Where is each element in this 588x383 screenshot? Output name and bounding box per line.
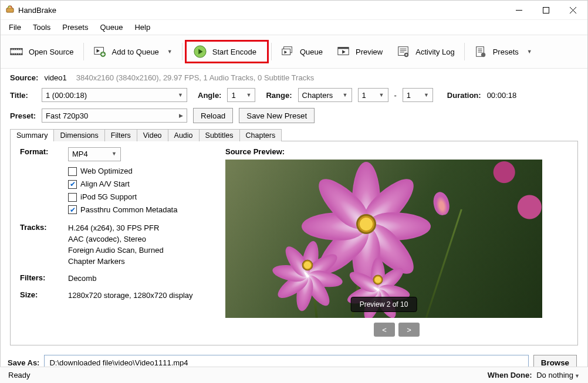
preview-icon	[337, 45, 350, 58]
queue-button[interactable]: Queue	[274, 43, 330, 60]
ipod-checkbox[interactable]: iPod 5G Support	[68, 192, 214, 203]
menu-queue[interactable]: Queue	[94, 21, 129, 34]
title-dropdown[interactable]: 1 (00:00:18)▼	[42, 88, 187, 102]
tab-chapters[interactable]: Chapters	[239, 129, 282, 141]
queue-icon	[281, 45, 294, 58]
preview-next-button[interactable]: >	[398, 323, 420, 337]
checkbox-icon	[68, 167, 77, 176]
range-type-value: Chapters	[302, 91, 333, 100]
tracks-label: Tracks:	[20, 223, 68, 267]
svg-rect-17	[16, 53, 17, 54]
preset-dropdown[interactable]: Fast 720p30▶	[42, 109, 187, 123]
menu-tools[interactable]: Tools	[27, 21, 56, 34]
toolbar: Open Source Add to Queue ▼ Start Encode …	[1, 35, 587, 69]
tracks-body: H.264 (x264), 30 FPS PFR AAC (avcodec), …	[68, 223, 214, 267]
svg-rect-0	[6, 8, 13, 12]
web-optimized-checkbox[interactable]: Web Optimized	[68, 166, 214, 177]
close-button[interactable]	[559, 1, 586, 19]
tab-subtitles[interactable]: Subtitles	[199, 129, 240, 141]
toolbar-separator	[182, 43, 183, 60]
tab-dimensions[interactable]: Dimensions	[53, 129, 104, 141]
range-type-dropdown[interactable]: Chapters▼	[298, 88, 352, 102]
svg-rect-13	[18, 49, 19, 49]
activity-log-button[interactable]: Activity Log	[390, 43, 461, 60]
chevron-down-icon: ▼	[167, 49, 173, 55]
angle-label: Angle:	[198, 91, 221, 100]
range-label: Range:	[266, 91, 292, 100]
align-av-checkbox[interactable]: Align A/V Start	[68, 179, 214, 190]
web-optimized-label: Web Optimized	[80, 166, 133, 177]
when-done-label: When Done:	[488, 371, 532, 379]
tab-strip: Summary Dimensions Filters Video Audio S…	[10, 129, 578, 141]
size-label: Size:	[20, 290, 68, 301]
angle-value: 1	[231, 91, 235, 100]
preview-index-badge: Preview 2 of 10	[351, 297, 417, 312]
checkbox-icon	[68, 180, 77, 189]
log-icon	[397, 45, 410, 58]
tracks-line: Foreign Audio Scan, Burned	[68, 245, 214, 256]
svg-rect-10	[12, 49, 13, 49]
maximize-button[interactable]	[532, 1, 559, 19]
save-as-label: Save As:	[8, 358, 39, 367]
svg-rect-19	[20, 53, 21, 54]
preview-button[interactable]: Preview	[330, 43, 390, 60]
minimize-button[interactable]	[505, 1, 532, 19]
metadata-checkbox[interactable]: Passthru Common Metadata	[68, 205, 214, 216]
format-dropdown[interactable]: MP4▼	[68, 147, 121, 161]
open-source-label: Open Source	[29, 48, 74, 56]
tab-summary[interactable]: Summary	[10, 129, 54, 141]
chevron-down-icon: ▼	[575, 373, 580, 379]
toolbar-separator	[464, 43, 465, 60]
status-bar: Ready When Done: Do nothing▼	[0, 367, 588, 383]
title-value: 1 (00:00:18)	[46, 91, 87, 100]
open-source-button[interactable]: Open Source	[3, 43, 81, 60]
tracks-line: H.264 (x264), 30 FPS PFR	[68, 223, 214, 234]
svg-rect-16	[13, 53, 15, 54]
source-info: 3840x2160 (3840x2160), 29.97 FPS, 1 Audi…	[76, 73, 314, 82]
duration-value: 00:00:18	[487, 91, 517, 100]
start-encode-label: Start Encode	[212, 48, 256, 56]
range-from-value: 1	[362, 91, 366, 100]
chevron-down-icon: ▼	[343, 92, 348, 98]
save-new-preset-button[interactable]: Save New Preset	[239, 108, 315, 123]
reload-button[interactable]: Reload	[193, 108, 233, 123]
svg-point-1	[8, 6, 9, 8]
menu-file[interactable]: File	[3, 21, 27, 34]
duration-label: Duration:	[447, 91, 481, 100]
start-encode-button[interactable]: Start Encode	[188, 43, 262, 60]
range-to-dropdown[interactable]: 1▼	[403, 88, 433, 102]
menu-presets[interactable]: Presets	[56, 21, 94, 34]
filters-value: Decomb	[68, 273, 214, 284]
menu-bar: File Tools Presets Queue Help	[1, 19, 587, 35]
svg-rect-29	[338, 48, 349, 49]
svg-point-2	[11, 6, 12, 8]
range-from-dropdown[interactable]: 1▼	[358, 88, 388, 102]
tab-video[interactable]: Video	[137, 129, 168, 141]
app-icon	[5, 5, 15, 16]
when-done-value: Do nothing	[536, 371, 573, 379]
chevron-down-icon: ▼	[111, 150, 117, 158]
svg-point-40	[481, 53, 485, 57]
when-done-dropdown[interactable]: Do nothing▼	[536, 371, 580, 379]
queue-label: Queue	[300, 48, 323, 56]
tab-filters[interactable]: Filters	[104, 129, 137, 141]
checkbox-icon	[68, 193, 77, 202]
chevron-down-icon: ▼	[527, 49, 532, 55]
start-encode-highlight: Start Encode	[185, 40, 269, 63]
tab-audio[interactable]: Audio	[168, 129, 200, 141]
activity-log-label: Activity Log	[415, 48, 454, 56]
title-bar: HandBrake	[1, 1, 587, 19]
presets-button[interactable]: Presets ▼	[467, 43, 539, 60]
source-preview: Preview 2 of 10	[225, 160, 542, 318]
svg-rect-14	[20, 49, 21, 49]
align-av-label: Align A/V Start	[80, 179, 130, 190]
menu-help[interactable]: Help	[129, 21, 156, 34]
tracks-line: AAC (avcodec), Stereo	[68, 234, 214, 245]
presets-icon	[474, 45, 487, 58]
size-value: 1280x720 storage, 1280x720 display	[68, 290, 214, 301]
tracks-line: Chapter Markers	[68, 256, 214, 267]
add-to-queue-button[interactable]: Add to Queue ▼	[86, 43, 180, 60]
preview-label: Preview	[356, 48, 383, 56]
preview-prev-button[interactable]: <	[374, 323, 395, 337]
angle-dropdown[interactable]: 1▼	[227, 88, 255, 102]
